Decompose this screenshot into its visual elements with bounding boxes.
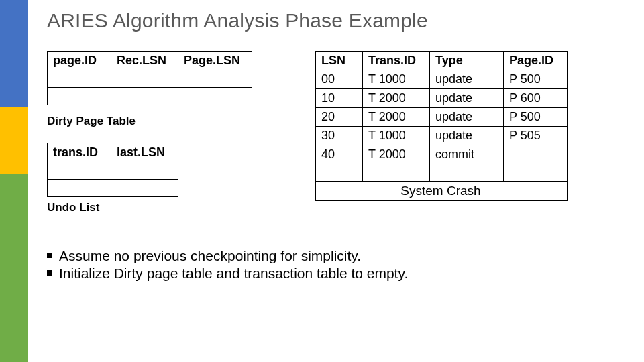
bullet-item: Initialize Dirty page table and transact… [47, 265, 625, 282]
table-row [48, 70, 252, 88]
cell: T 1000 [363, 70, 430, 89]
table-row: 00 T 1000 update P 500 [316, 70, 568, 89]
cell [178, 70, 252, 88]
cell [48, 88, 111, 105]
cell: commit [430, 145, 504, 164]
cell: T 2000 [363, 89, 430, 108]
cell [48, 70, 111, 88]
cell [504, 164, 568, 182]
cell [363, 164, 430, 182]
table-header-row: LSN Trans.ID Type Page.ID [316, 52, 568, 70]
cell [111, 70, 178, 88]
bullet-text: Initialize Dirty page table and transact… [59, 265, 408, 281]
color-sidebar [0, 0, 28, 362]
bullet-square-icon [47, 270, 52, 276]
bullet-item: Assume no previous checkpointing for sim… [47, 248, 625, 264]
cell: T 2000 [363, 108, 430, 127]
table-header-row: page.ID Rec.LSN Page.LSN [48, 52, 252, 70]
cell: update [430, 127, 504, 145]
cell [430, 164, 504, 182]
table-row: 10 T 2000 update P 600 [316, 89, 568, 108]
cell: P 500 [504, 70, 568, 89]
cell: P 505 [504, 127, 568, 145]
cell: 10 [316, 89, 363, 108]
cell: 00 [316, 70, 363, 89]
columns: page.ID Rec.LSN Page.LSN Dirty Page Tabl… [47, 51, 625, 229]
cell [504, 145, 568, 164]
slide-title: ARIES Algorithm Analysis Phase Example [47, 9, 625, 32]
dirty-page-table-caption: Dirty Page Table [47, 115, 275, 128]
cell: P 500 [504, 108, 568, 127]
col-header: Rec.LSN [111, 52, 178, 70]
cell [316, 164, 363, 182]
undo-list-table: trans.ID last.LSN [47, 143, 178, 197]
table-row [316, 164, 568, 182]
bullet-list: Assume no previous checkpointing for sim… [47, 248, 625, 282]
cell: 30 [316, 127, 363, 145]
sidebar-segment-green [0, 174, 28, 362]
cell: T 2000 [363, 145, 430, 164]
table-row: 40 T 2000 commit [316, 145, 568, 164]
col-header: LSN [316, 52, 363, 70]
system-crash-label: System Crash [316, 182, 568, 201]
table-row: 20 T 2000 update P 500 [316, 108, 568, 127]
cell [111, 88, 178, 105]
col-header: page.ID [48, 52, 111, 70]
cell: T 1000 [363, 127, 430, 145]
cell [111, 162, 178, 180]
cell [178, 88, 252, 105]
cell: update [430, 70, 504, 89]
table-header-row: trans.ID last.LSN [48, 143, 178, 162]
bullet-square-icon [47, 253, 52, 258]
sidebar-segment-yellow [0, 107, 28, 174]
col-header: last.LSN [111, 143, 178, 162]
cell: 40 [316, 145, 363, 164]
table-row: 30 T 1000 update P 505 [316, 127, 568, 145]
col-header: Page.LSN [178, 52, 252, 70]
col-header: Type [430, 52, 504, 70]
cell: update [430, 108, 504, 127]
col-header: trans.ID [48, 143, 111, 162]
left-column: page.ID Rec.LSN Page.LSN Dirty Page Tabl… [47, 51, 275, 229]
slide-content: ARIES Algorithm Analysis Phase Example p… [28, 0, 644, 362]
cell: update [430, 89, 504, 108]
system-crash-row: System Crash [316, 182, 568, 201]
cell [48, 162, 111, 180]
cell [111, 180, 178, 197]
table-row [48, 180, 178, 197]
cell: 20 [316, 108, 363, 127]
right-column: LSN Trans.ID Type Page.ID 00 T 1000 upda… [315, 51, 625, 201]
log-table: LSN Trans.ID Type Page.ID 00 T 1000 upda… [315, 51, 568, 201]
col-header: Trans.ID [363, 52, 430, 70]
cell [48, 180, 111, 197]
table-row [48, 88, 252, 105]
bullet-text: Assume no previous checkpointing for sim… [59, 248, 361, 263]
col-header: Page.ID [504, 52, 568, 70]
sidebar-segment-blue [0, 0, 28, 107]
undo-list-caption: Undo List [47, 201, 275, 215]
table-row [48, 162, 178, 180]
dirty-page-table: page.ID Rec.LSN Page.LSN [47, 51, 252, 105]
cell: P 600 [504, 89, 568, 108]
